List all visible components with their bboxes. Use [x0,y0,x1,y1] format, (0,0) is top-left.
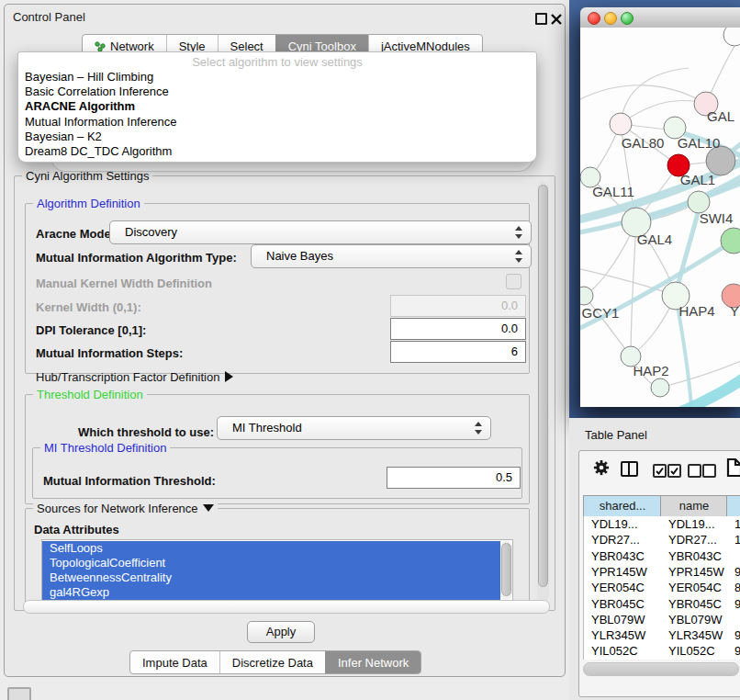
tab-infer-network[interactable]: Infer Network [325,651,420,673]
algorithm-option-basic-correlation-inference[interactable]: Basic Correlation Inference [25,85,530,99]
settings-vertical-scrollbar[interactable] [537,181,549,602]
dpi-tolerance-field[interactable]: 0.0 [390,318,526,340]
algorithm-option-mutual-information-inference[interactable]: Mutual Information Inference [25,115,530,130]
cell-r8-c1[interactable]: YIL052C [668,644,715,658]
collapsed-arrow-icon [225,371,233,382]
algorithm-option-bayesian-hill-climbing[interactable]: Bayesian – Hill Climbing [25,70,530,85]
zoom-traffic-light-icon[interactable] [621,12,633,25]
mi-threshold-label: Mutual Information Threshold: [43,474,216,488]
cell-r8-c2[interactable]: 9 [734,644,740,658]
sources-legend[interactable]: Sources for Network Inference [33,502,218,515]
cell-r0-c2[interactable]: 13 [734,517,740,531]
aracne-mode-label: Aracne Mode: [36,227,115,241]
mi-threshold-legend: MI Threshold Definition [40,441,170,455]
cell-r4-c0[interactable]: YER054C [591,581,645,594]
data-attributes-list: SelfLoopsTopologicalCoefficientBetweenne… [41,539,513,602]
attribute-topologicalcoefficient[interactable]: TopologicalCoefficient [42,556,500,570]
network-window-titlebar[interactable] [580,7,740,28]
node-label-gal1: GAL1 [680,172,715,187]
expanded-arrow-icon [203,504,214,512]
float-window-icon[interactable] [535,13,547,25]
cell-r3-c0[interactable]: YPR145W [591,565,647,579]
cell-r6-c1[interactable]: YBL079W [668,613,723,627]
node-unlabeled[interactable] [651,378,669,397]
cell-r3-c1[interactable]: YPR145W [668,565,724,579]
cell-r6-c0[interactable]: YBL079W [591,613,645,627]
checked-checkbox-icon[interactable] [667,464,681,478]
attr-scrollbar-thumb[interactable] [501,543,511,596]
page-icon[interactable] [726,457,740,481]
attribute-gal4rgexp[interactable]: gal4RGexp [42,585,500,600]
cell-r3-c2[interactable]: 9. [734,565,740,579]
which-threshold-label: Which threshold to use: [78,425,214,439]
table-horizontal-scrollbar[interactable] [583,662,739,676]
attr-list-scrollbar[interactable] [500,541,512,600]
attr-items: SelfLoopsTopologicalCoefficientBetweenne… [42,541,500,600]
cell-r1-c2[interactable]: 12 [734,533,740,547]
algorithm-dropdown-popup: Select algorithm to view settings Bayesi… [17,51,537,163]
network-canvas[interactable]: GALGAL80GAL10GAL1GAL11GAL4SWI4GCY1HAP4YH… [580,28,740,407]
hub-section-toggle[interactable]: Hub/Transcription Factor Definition [36,370,233,384]
cell-r1-c1[interactable]: YDR27... [668,533,717,547]
column-header-shared[interactable]: shared... [583,495,662,517]
attribute-betweennesscentrality[interactable]: BetweennessCentrality [42,570,500,585]
manual-kernel-checkbox[interactable] [506,274,521,289]
node-unlabeled[interactable] [723,28,740,46]
node-label-hap4: HAP4 [678,303,714,319]
close-window-icon[interactable] [551,12,562,23]
window-title: Control Panel [13,10,85,24]
mi-threshold-field[interactable]: 0.5 [387,467,521,489]
close-traffic-light-icon[interactable] [588,12,600,25]
columns-icon[interactable] [621,461,638,477]
screen: { "window": { "title": "Control Panel" }… [0,0,740,700]
node-gal80[interactable] [610,113,632,135]
node-label-gal11: GAL11 [592,184,634,199]
collapsed-panel-icon[interactable] [7,687,31,700]
kernel-width-field[interactable]: 0.0 [390,295,526,317]
mi-algorithm-type-combo[interactable]: Naive Bayes [251,244,532,268]
node-table-container: shared...nameA YDL19...YDL19...13YDR27..… [578,450,740,697]
which-threshold-combo[interactable]: MI Threshold [217,416,491,440]
checked-checkbox-icon[interactable] [653,464,667,478]
cell-r8-c0[interactable]: YIL052C [591,644,638,658]
cell-r0-c0[interactable]: YDL19... [591,517,638,531]
cell-r0-c1[interactable]: YDL19... [668,517,715,531]
tab-discretize-data[interactable]: Discretize Data [219,651,325,673]
minimize-traffic-light-icon[interactable] [604,12,617,25]
cell-r4-c2[interactable]: 8. [734,581,740,594]
cell-r5-c0[interactable]: YBR045C [591,597,645,611]
cell-r2-c0[interactable]: YBR043C [591,549,645,563]
cell-r5-c2[interactable]: 9. [734,597,740,611]
control-panel-window: Control Panel NetworkStyleSelectCyni Too… [4,4,566,677]
node-label-gcy1: GCY1 [582,305,620,321]
cell-r7-c0[interactable]: YLR345W [591,628,645,642]
algorithm-option-dream8-dc-tdc-algorithm[interactable]: Dream8 DC_TDC Algorithm [25,144,530,159]
algorithm-definition-legend: Algorithm Definition [33,197,144,210]
cell-r4-c1[interactable]: YER054C [668,581,722,594]
node-gcy1[interactable] [580,287,593,305]
table-panel-title: Table Panel [585,428,647,442]
mi-steps-field[interactable]: 6 [390,341,526,363]
apply-button[interactable]: Apply [247,621,315,643]
column-header-a[interactable]: A [726,495,740,517]
which-threshold-value: MI Threshold [232,421,302,435]
mi-steps-label: Mutual Information Steps: [36,346,183,360]
attribute-selfloops[interactable]: SelfLoops [42,541,500,556]
algorithm-option-bayesian-k2[interactable]: Bayesian – K2 [25,130,530,144]
unchecked-checkbox-icon[interactable] [688,464,701,478]
unchecked-checkbox-icon[interactable] [702,464,716,478]
gear-icon[interactable] [593,459,610,480]
cell-r5-c1[interactable]: YBR045C [668,597,722,611]
network-view-window[interactable]: GALGAL80GAL10GAL1GAL11GAL4SWI4GCY1HAP4YH… [580,7,740,407]
cell-r1-c0[interactable]: YDR27... [591,533,640,547]
cell-r7-c2[interactable]: 9. [734,628,740,642]
settings-horizontal-scrollbar[interactable] [23,600,550,614]
settings-scrollbar-thumb[interactable] [538,185,548,587]
aracne-mode-value: Discovery [125,225,177,239]
tab-impute-data[interactable]: Impute Data [130,651,219,673]
cell-r2-c1[interactable]: YBR043C [668,549,722,563]
aracne-mode-combo[interactable]: Discovery [109,220,532,244]
column-header-name[interactable]: name [660,495,728,517]
algorithm-option-aracne-algorithm[interactable]: ARACNE Algorithm [25,99,530,114]
cell-r7-c1[interactable]: YLR345W [668,628,723,642]
